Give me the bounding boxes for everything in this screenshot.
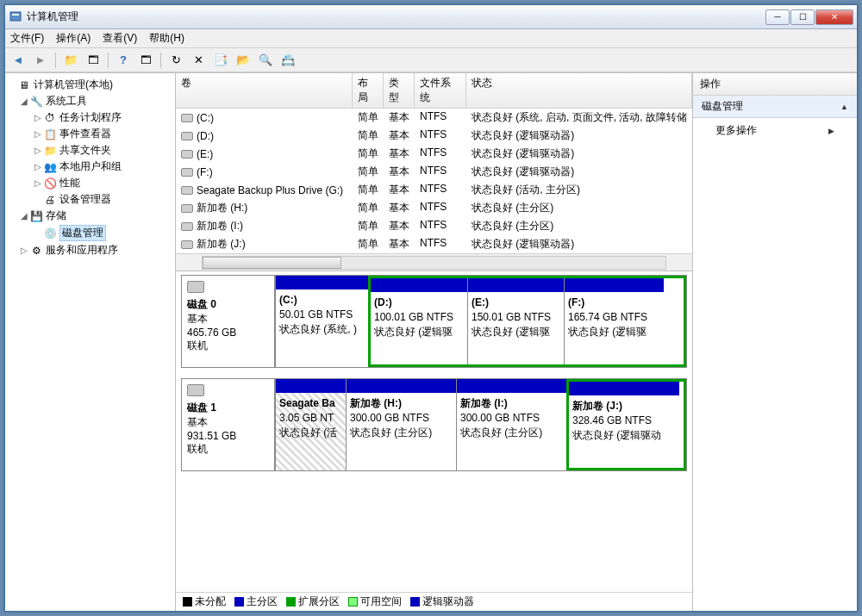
expand-icon[interactable]: ▷	[33, 113, 43, 122]
expand-icon[interactable]: ▷	[33, 129, 43, 139]
disk-map[interactable]: 磁盘 0基本465.76 GB联机(C:)50.01 GB NTFS状态良好 (…	[176, 271, 692, 592]
tree-services[interactable]: ▷⚙服务和应用程序	[7, 242, 173, 258]
maximize-button[interactable]: ☐	[790, 9, 815, 25]
toolbar-btn-11[interactable]: 🔍	[256, 51, 275, 70]
partition-status: 状态良好 (主分区)	[350, 426, 432, 439]
partition[interactable]: 新加卷 (H:)300.00 GB NTFS状态良好 (主分区)	[346, 379, 456, 470]
menu-file[interactable]: 文件(F)	[10, 31, 44, 46]
col-type[interactable]: 类型	[384, 73, 415, 108]
scroll-thumb[interactable]	[203, 257, 341, 269]
disk-size: 465.76 GB	[187, 327, 269, 339]
partition-name: (C:)	[279, 294, 297, 306]
partition-status: 状态良好 (主分区)	[460, 426, 542, 439]
disk-block[interactable]: 磁盘 0基本465.76 GB联机(C:)50.01 GB NTFS状态良好 (…	[181, 275, 687, 368]
toolbar-btn-9[interactable]: 📑	[211, 51, 230, 70]
partition[interactable]: (D:)100.01 GB NTFS状态良好 (逻辑驱	[371, 278, 467, 364]
partition-header	[276, 276, 368, 289]
toolbar-btn-12[interactable]: 📇	[278, 51, 297, 70]
forward-button[interactable]: ►	[31, 51, 50, 70]
menu-action[interactable]: 操作(A)	[56, 31, 91, 46]
close-button[interactable]: ✕	[815, 9, 853, 25]
partition-status: 状态良好 (逻辑驱	[568, 326, 646, 338]
tree-diskmgmt[interactable]: 💿磁盘管理	[7, 224, 173, 242]
volume-row[interactable]: 新加卷 (I:)简单基本NTFS状态良好 (主分区)	[176, 217, 692, 235]
volume-row[interactable]: (E:)简单基本NTFS状态良好 (逻辑驱动器)	[176, 145, 692, 163]
collapse-icon[interactable]: ◢	[19, 96, 29, 106]
partition-status: 状态良好 (逻辑驱动	[572, 429, 661, 441]
col-layout[interactable]: 布局	[353, 73, 384, 108]
app-icon	[9, 10, 22, 24]
tree-users[interactable]: ▷👥本地用户和组	[7, 159, 173, 175]
delete-button[interactable]: ✕	[189, 51, 208, 70]
back-button[interactable]: ◄	[9, 51, 28, 70]
help-button[interactable]: ?	[114, 51, 133, 70]
col-status[interactable]: 状态	[466, 73, 692, 108]
properties-button[interactable]: 📂	[234, 51, 253, 70]
disk-icon	[187, 281, 204, 293]
collapse-icon[interactable]: ◢	[19, 211, 29, 221]
volume-row[interactable]: (C:)简单基本NTFS状态良好 (系统, 启动, 页面文件, 活动, 故障转储	[176, 109, 692, 127]
actions-more[interactable]: 更多操作▶	[693, 118, 857, 143]
legend-extended: 扩展分区	[286, 594, 340, 609]
volume-row[interactable]: Seagate Backup Plus Drive (G:)简单基本NTFS状态…	[176, 181, 692, 199]
actions-section-diskmgmt[interactable]: 磁盘管理▲	[693, 96, 857, 118]
partition[interactable]: (E:)150.01 GB NTFS状态良好 (逻辑驱	[467, 278, 564, 364]
refresh-button[interactable]: ↻	[166, 51, 185, 70]
volume-name: (F:)	[197, 166, 213, 178]
tree-storage[interactable]: ◢💾存储	[7, 208, 173, 224]
tools-icon: 🔧	[29, 95, 43, 109]
volume-icon	[181, 240, 193, 249]
perf-icon: 🚫	[43, 177, 57, 190]
partition[interactable]: 新加卷 (J:)328.46 GB NTFS状态良好 (逻辑驱动	[569, 382, 679, 468]
volume-name: (C:)	[197, 112, 214, 124]
disk-block[interactable]: 磁盘 1基本931.51 GB联机Seagate Ba3.05 GB NT状态良…	[181, 378, 687, 471]
partition[interactable]: (F:)165.74 GB NTFS状态良好 (逻辑驱	[564, 278, 664, 364]
volume-row[interactable]: 新加卷 (H:)简单基本NTFS状态良好 (主分区)	[176, 199, 692, 217]
volume-icon	[181, 114, 193, 122]
tree-scheduler[interactable]: ▷⏱任务计划程序	[7, 109, 173, 126]
expand-icon[interactable]: ▷	[33, 146, 43, 155]
volume-name: (E:)	[197, 148, 213, 160]
actions-header: 操作	[693, 73, 857, 96]
tree-shared[interactable]: ▷📁共享文件夹	[7, 142, 173, 159]
app-window: 计算机管理 ─ ☐ ✕ 文件(F) 操作(A) 查看(V) 帮助(H) ◄ ► …	[4, 4, 858, 612]
partition[interactable]: Seagate Ba3.05 GB NT状态良好 (活	[275, 379, 346, 470]
legend-primary: 主分区	[234, 594, 278, 609]
menubar: 文件(F) 操作(A) 查看(V) 帮助(H)	[5, 29, 857, 48]
expand-icon[interactable]: ▷	[19, 246, 29, 255]
volume-row[interactable]: (F:)简单基本NTFS状态良好 (逻辑驱动器)	[176, 163, 692, 181]
expand-icon[interactable]: ▷	[33, 178, 43, 188]
volume-row[interactable]: (D:)简单基本NTFS状态良好 (逻辑驱动器)	[176, 127, 692, 145]
tree-eventviewer[interactable]: ▷📋事件查看器	[7, 126, 173, 142]
tree-devmgr[interactable]: 🖨设备管理器	[7, 191, 173, 208]
volume-row[interactable]: 新加卷 (J:)简单基本NTFS状态良好 (逻辑驱动器)	[176, 235, 692, 253]
partition-header	[276, 379, 346, 393]
col-fs[interactable]: 文件系统	[415, 73, 466, 108]
tree-systools[interactable]: ◢🔧系统工具	[7, 93, 173, 109]
partition[interactable]: 新加卷 (I:)300.00 GB NTFS状态良好 (主分区)	[456, 379, 566, 470]
partition[interactable]: (C:)50.01 GB NTFS状态良好 (系统, )	[275, 276, 368, 367]
toolbar-btn-6[interactable]: 🗔	[136, 51, 155, 70]
expand-icon[interactable]: ▷	[33, 162, 43, 171]
show-hide-tree-button[interactable]: 🗔	[84, 51, 103, 70]
menu-view[interactable]: 查看(V)	[103, 31, 137, 46]
tree-panel[interactable]: 🖥计算机管理(本地) ◢🔧系统工具 ▷⏱任务计划程序 ▷📋事件查看器 ▷📁共享文…	[5, 73, 176, 611]
up-button[interactable]: 📁	[61, 51, 80, 70]
disk-status: 联机	[187, 339, 269, 353]
menu-help[interactable]: 帮助(H)	[149, 31, 184, 46]
tree-root[interactable]: 🖥计算机管理(本地)	[7, 77, 173, 93]
disk-label: 磁盘 0	[187, 297, 269, 312]
titlebar[interactable]: 计算机管理 ─ ☐ ✕	[5, 5, 857, 29]
volume-name: 新加卷 (I:)	[197, 219, 243, 233]
legend-free: 可用空间	[348, 594, 402, 609]
partition-size: 165.74 GB NTFS	[568, 311, 647, 323]
partition-header	[371, 278, 467, 292]
minimize-button[interactable]: ─	[765, 9, 790, 25]
horizontal-scrollbar[interactable]	[176, 253, 692, 271]
col-volume[interactable]: 卷	[176, 73, 353, 108]
disk-info: 磁盘 0基本465.76 GB联机	[182, 276, 275, 367]
tree-perf[interactable]: ▷🚫性能	[7, 175, 173, 191]
volume-rows[interactable]: (C:)简单基本NTFS状态良好 (系统, 启动, 页面文件, 活动, 故障转储…	[176, 109, 692, 253]
disk-label: 磁盘 1	[187, 401, 269, 415]
volume-name: 新加卷 (H:)	[197, 201, 247, 215]
